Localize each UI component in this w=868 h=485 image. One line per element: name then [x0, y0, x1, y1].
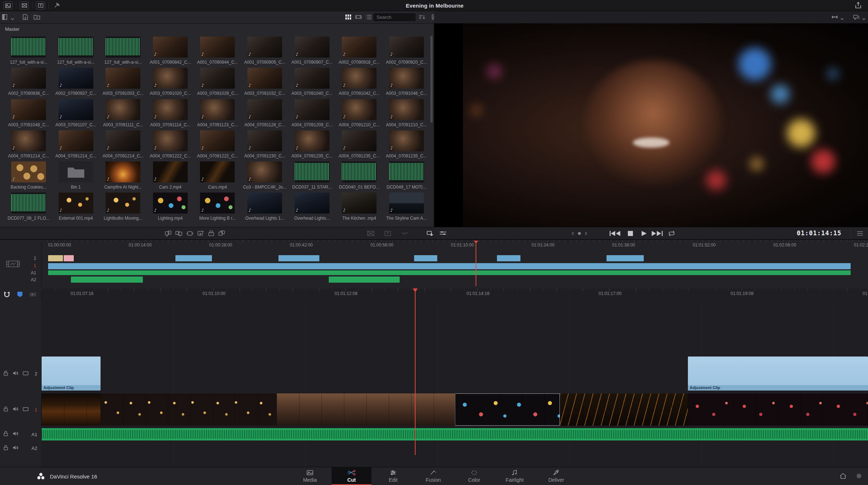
overview-playhead[interactable] [476, 241, 476, 286]
lock-icon[interactable] [3, 370, 9, 378]
camera-step-icon[interactable] [571, 230, 587, 237]
media-clip[interactable]: DCD037_11 STAR... [289, 160, 336, 191]
media-clip[interactable]: ♪A004_07091222_C... [194, 129, 241, 160]
camera-icon[interactable] [29, 291, 37, 298]
media-clip[interactable]: ♪A004_07091235_C... [383, 129, 430, 160]
speaker-icon[interactable] [12, 445, 19, 452]
sort-icon[interactable] [418, 14, 426, 20]
snap-magnet-icon[interactable] [3, 291, 11, 298]
video-frame[interactable] [463, 24, 868, 227]
chevron-down-icon[interactable] [841, 16, 844, 19]
media-clip[interactable]: ♪A003_07091042_C... [336, 66, 383, 97]
bin-breadcrumb[interactable]: Master [5, 26, 20, 32]
media-clip[interactable]: ♪A004_07091214_C... [52, 129, 99, 160]
strip-view-icon[interactable] [355, 14, 362, 20]
speaker-icon[interactable] [12, 406, 19, 413]
loop-icon[interactable] [667, 230, 676, 237]
tab-deliver[interactable]: Deliver [536, 467, 576, 485]
overview-clip[interactable] [607, 255, 644, 261]
zoom-fit-icon[interactable] [831, 14, 838, 20]
place-on-top-icon[interactable] [207, 230, 216, 237]
detail-ruler[interactable]: 01:01:07:1601:01:10:0001:01:12:0801:01:1… [42, 288, 868, 300]
media-clip[interactable]: ♪A002_07090918_C... [336, 35, 383, 66]
media-clip[interactable]: ♪A004_07091123_C... [194, 98, 241, 129]
video-clip[interactable] [42, 393, 101, 426]
media-clip[interactable]: ♪More Lighting B r... [194, 191, 241, 222]
video-icon[interactable] [22, 370, 29, 378]
media-clip[interactable]: ♪A003_07091114_C... [147, 98, 194, 129]
overview-clip[interactable] [278, 255, 319, 261]
audio-clip[interactable] [42, 428, 868, 440]
video-clip[interactable] [560, 393, 688, 426]
media-clip[interactable]: ♪Backing Cookies... [5, 160, 52, 191]
media-clip[interactable]: ♪A003_07091020_C... [147, 66, 194, 97]
stop-icon[interactable] [626, 230, 635, 237]
overview-audio-clip[interactable] [71, 277, 143, 283]
import-bin-icon[interactable] [33, 14, 41, 20]
marker-flag-icon[interactable] [16, 291, 24, 298]
smart-insert-icon[interactable] [164, 230, 173, 237]
import-media-icon[interactable] [22, 14, 29, 20]
project-manager-icon[interactable] [839, 472, 847, 481]
tools-icon[interactable] [439, 230, 447, 237]
play-icon[interactable] [639, 230, 648, 237]
media-pool-icon[interactable] [3, 1, 13, 9]
media-clip[interactable]: ♪A003_07091107_C... [52, 98, 99, 129]
media-clip[interactable]: Bin 1 [52, 160, 99, 191]
overview-clip[interactable] [414, 255, 437, 261]
media-clip[interactable]: ♪A003_07091111_C... [99, 98, 146, 129]
media-clip[interactable]: ♪Cars.mp4 [194, 160, 241, 191]
media-clip[interactable]: ♪A004_07091209_C... [289, 98, 336, 129]
media-clip[interactable]: ♪A004_07091210_C... [336, 98, 383, 129]
video-clip[interactable] [277, 393, 455, 426]
effects-tool-icon[interactable] [400, 230, 409, 237]
media-clip[interactable]: ♪A004_07091235_C... [336, 129, 383, 160]
media-pool-scrollbar[interactable] [430, 36, 433, 123]
overview-audio-clip[interactable] [48, 270, 851, 275]
tab-edit[interactable]: Edit [373, 467, 413, 485]
chevron-down-icon[interactable] [862, 16, 865, 19]
media-clip[interactable]: ♪A002_07090920_C... [383, 35, 430, 66]
media-clip[interactable]: 127_full_with-a-si... [5, 35, 52, 66]
adjustment-clip[interactable]: Adjustment Clip [42, 357, 101, 391]
media-clip[interactable]: ♪A003_07091040_C... [289, 66, 336, 97]
timeline-view-icon[interactable] [6, 260, 20, 270]
media-clip[interactable]: ♪Overhead Lights 1... [241, 191, 288, 222]
media-clip[interactable]: DCD049_17 MOTI... [383, 160, 430, 191]
close-up-icon[interactable] [196, 230, 205, 237]
media-clip[interactable]: ♪Overhead Lights... [289, 191, 336, 222]
overview-clip[interactable] [48, 263, 851, 269]
adjustment-clip[interactable]: Adjustment Clip [688, 357, 868, 391]
detail-playhead[interactable] [415, 288, 416, 455]
overview-clip[interactable] [497, 255, 520, 261]
media-clip[interactable]: ♪A001_07090905_C... [241, 35, 288, 66]
transitions-icon[interactable] [20, 1, 29, 9]
overview-clip[interactable] [175, 255, 212, 261]
video-icon[interactable] [22, 406, 29, 413]
search-input[interactable] [374, 13, 416, 21]
media-clip[interactable]: ♪A004_07091230_C... [241, 129, 288, 160]
media-clip[interactable]: ♪External 001.mp4 [52, 191, 99, 222]
speaker-icon[interactable] [12, 431, 19, 438]
lock-icon[interactable] [3, 406, 9, 413]
media-clip[interactable]: ♪A004_07091235_C... [289, 129, 336, 160]
bin-view-icon[interactable] [2, 14, 9, 20]
media-clip[interactable]: 127_full_with-a-si... [52, 35, 99, 66]
titles-icon[interactable] [36, 1, 45, 9]
media-clip[interactable]: ♪A003_07091046_C... [383, 66, 430, 97]
speaker-icon[interactable] [12, 370, 19, 378]
media-clip[interactable]: ♪Cars 2.mp4 [147, 160, 194, 191]
media-clip[interactable]: ♪A003_07091032_C... [241, 66, 288, 97]
media-clip[interactable]: 127_full_with-a-si... [99, 35, 146, 66]
media-clip[interactable]: ♪The Kitchen .mp4 [336, 191, 383, 222]
ripple-overwrite-icon[interactable] [186, 230, 194, 237]
media-clip[interactable]: ♪A004_07091210_C... [383, 98, 430, 129]
lock-icon[interactable] [3, 445, 9, 452]
tab-cut[interactable]: Cut [332, 467, 371, 485]
source-overwrite-icon[interactable] [217, 230, 226, 237]
media-clip[interactable]: ♪Campfire At Night... [99, 160, 146, 191]
media-clip[interactable]: ♪A003_07091029_C... [194, 66, 241, 97]
grid-view-icon[interactable] [345, 14, 352, 20]
video-clip[interactable] [101, 393, 277, 426]
media-clip[interactable]: ♪A003_07091003_C... [99, 66, 146, 97]
